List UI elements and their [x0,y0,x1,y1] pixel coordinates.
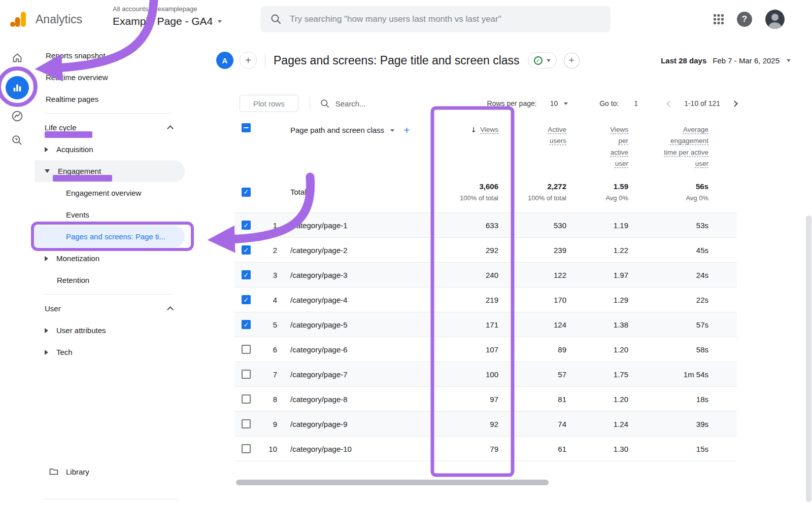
sidebar-item-events[interactable]: Events [35,204,187,226]
report-header: A Pages and screens: Page title and scre… [216,48,791,73]
sidebar-item-realtime-pages[interactable]: Realtime pages [35,88,187,110]
breadcrumb-account[interactable]: All accounts [113,5,148,13]
add-comparison-icon[interactable] [564,53,580,68]
table-row[interactable]: 8 /category/page-8 97 81 1.20 18s [234,387,737,412]
advertising-icon[interactable] [11,134,24,147]
sidebar-item-acquisition[interactable]: Acquisition [35,138,187,160]
sidebar-item-label: Engagement overview [66,189,141,197]
previous-page-icon[interactable] [666,100,673,107]
total-label: Total [280,171,416,212]
collapse-icon[interactable] [45,169,50,173]
row-page-path: /category/page-5 [280,312,416,337]
column-header-views[interactable]: Views [480,124,498,135]
row-avg-time: 58s [628,337,708,362]
rows-per-page-value[interactable]: 10 [550,99,558,107]
row-checkbox[interactable] [242,444,251,453]
select-all-checkbox[interactable] [242,123,251,132]
total-views-per-user-sub: Avg 0% [605,194,628,202]
table-row[interactable]: 4 /category/page-4 219 170 1.29 22s [234,287,737,312]
row-checkbox[interactable] [242,221,251,230]
row-checkbox[interactable] [242,345,251,354]
chevron-up-icon[interactable] [167,306,174,313]
table-row[interactable]: 10 /category/page-10 79 61 1.30 15s [234,437,737,461]
breadcrumb[interactable]: All accounts › examplepage [113,5,222,13]
table-row[interactable]: 5 /category/page-5 171 124 1.38 57s [234,312,737,337]
chevron-up-icon[interactable] [167,125,174,132]
row-active-users: 124 [498,312,566,337]
reports-icon[interactable] [6,76,29,99]
chevron-down-icon[interactable] [787,59,791,62]
sidebar-item-reports-snapshot[interactable]: Reports snapshot [35,45,187,66]
sidebar-item-retention[interactable]: Retention [35,269,187,291]
column-header-views-per-active-user[interactable]: Views per active user [603,124,628,169]
table-row[interactable]: 3 /category/page-3 240 122 1.97 24s [234,263,737,287]
report-status-dropdown[interactable] [528,52,557,68]
next-page-icon[interactable] [731,100,738,107]
column-header-active-users[interactable]: Active users [538,124,566,147]
table-row[interactable]: 6 /category/page-6 107 89 1.20 58s [234,337,737,362]
column-header-average-engagement-time[interactable]: Average engagement time per active user [662,124,708,169]
breadcrumb-property[interactable]: examplepage [157,5,197,13]
dimension-dropdown-icon[interactable] [390,129,394,132]
vertical-scrollbar[interactable] [806,215,811,502]
table-row[interactable]: 7 /category/page-7 100 57 1.75 1m 54s [234,362,737,387]
go-to-value[interactable]: 1 [634,99,638,107]
expand-icon[interactable] [45,328,48,333]
row-checkbox[interactable] [242,295,251,304]
row-page-path: /category/page-6 [280,337,416,362]
sidebar-item-tech[interactable]: Tech [35,341,187,363]
help-icon[interactable]: ? [737,12,752,27]
row-checkbox[interactable] [242,245,251,255]
property-selector[interactable]: Example Page - GA4 [113,15,222,27]
dimension-header[interactable]: Page path and screen class [290,126,384,134]
sidebar-item-user-attributes[interactable]: User attributes [35,319,187,341]
row-rank: 4 [258,287,280,312]
sidebar-item-pages-and-screens[interactable]: Pages and screens: Page ti... [35,226,185,247]
row-checkbox[interactable] [242,394,251,404]
expand-icon[interactable] [45,147,48,152]
global-search-input[interactable]: Try searching "how many users last month… [260,6,611,32]
sidebar-item-engagement-overview[interactable]: Engagement overview [35,182,187,204]
table-row[interactable]: 1 /category/page-1 633 530 1.19 53s [234,213,737,238]
sidebar-item-engagement[interactable]: Engagement [35,160,185,182]
table-search-input[interactable]: Search... [320,99,366,109]
google-analytics-logo [9,10,27,28]
add-collaborator-icon[interactable] [240,52,257,69]
row-checkbox[interactable] [242,370,251,379]
horizontal-scrollbar[interactable] [236,480,549,485]
row-checkbox[interactable] [242,270,251,279]
sidebar-item-library[interactable]: Library [35,460,187,483]
sort-descending-icon[interactable] [470,124,477,135]
explore-icon[interactable] [11,110,24,123]
expand-icon[interactable] [45,350,48,355]
date-range-label[interactable]: Last 28 days [661,56,706,65]
sidebar-item-label: Tech [56,348,73,356]
row-checkbox[interactable] [242,188,251,197]
sidebar-section-user[interactable]: User [35,298,187,319]
row-views-per-user: 1.30 [566,437,628,461]
row-checkbox[interactable] [242,419,251,428]
table-row[interactable]: 2 /category/page-2 292 239 1.22 45s [234,238,737,263]
expand-icon[interactable] [45,256,48,261]
row-views: 240 [416,263,498,287]
home-icon[interactable] [11,52,23,64]
row-views-per-user: 1.24 [566,412,628,436]
sidebar-item-monetization[interactable]: Monetization [35,247,187,269]
sidebar-item-realtime-overview[interactable]: Realtime overview [35,66,187,88]
divider [265,53,265,68]
add-dimension-icon[interactable] [403,124,410,136]
row-active-users: 57 [498,362,566,386]
date-range-value[interactable]: Feb 7 - Mar 6, 2025 [713,56,780,65]
sidebar-section-life-cycle[interactable]: Life cycle [35,117,187,138]
user-avatar[interactable] [765,10,785,29]
row-active-users: 122 [498,263,566,287]
row-views-per-user: 1.19 [566,213,628,237]
row-checkbox[interactable] [242,320,251,329]
plot-rows-button[interactable]: Plot rows [240,95,298,112]
row-rank: 10 [258,437,280,461]
row-rank: 7 [258,362,280,386]
apps-grid-icon[interactable] [714,14,724,24]
rows-per-page-dropdown-icon[interactable] [564,102,568,105]
report-avatar[interactable]: A [216,52,233,69]
table-row[interactable]: 9 /category/page-9 92 74 1.24 39s [234,412,737,437]
